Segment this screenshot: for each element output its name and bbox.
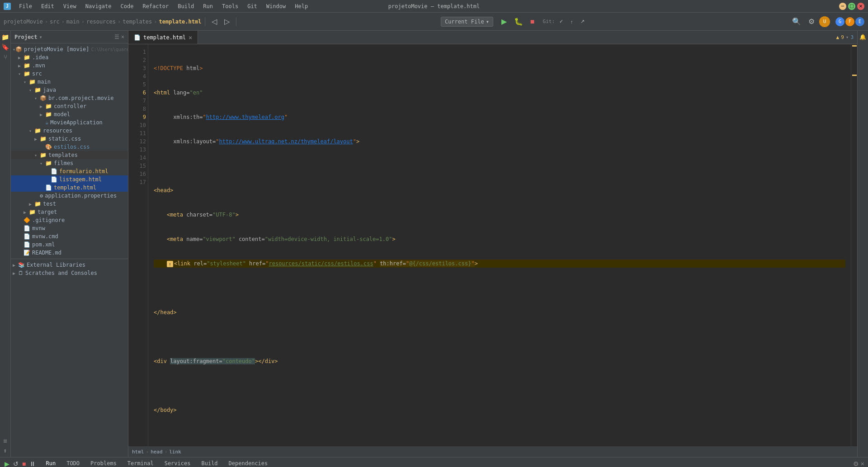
- tree-item-br[interactable]: ▾ 📦 br.com.project.movie: [11, 94, 128, 102]
- panel-close-btn[interactable]: ×: [121, 34, 124, 40]
- tree-item-pomxml[interactable]: ▶ 📄 pom.xml: [11, 241, 128, 249]
- forward-button[interactable]: ▷: [222, 15, 232, 28]
- tree-item-estilos[interactable]: ▶ 🎨 estilos.css: [11, 143, 128, 151]
- warning-marker-1: [852, 45, 857, 47]
- code-content[interactable]: <!DOCTYPE html> <html lang="en" xmlns:th…: [148, 44, 851, 446]
- git-update-button[interactable]: ✓: [557, 17, 566, 26]
- git-push-button[interactable]: ↗: [578, 17, 587, 26]
- tree-item-target[interactable]: ▶ 📁 target: [11, 208, 128, 216]
- current-file-dropdown[interactable]: Current File ▾: [441, 17, 493, 27]
- tree-item-model[interactable]: ▶ 📁 model: [11, 110, 128, 118]
- menu-view[interactable]: View: [59, 1, 81, 11]
- pull-requests-icon[interactable]: ⬆: [1, 446, 10, 455]
- tree-item-root[interactable]: ▾ 📦 projetoMovie [movie] C:\Users\quare\…: [11, 45, 128, 53]
- structure-icon[interactable]: ≡: [1, 436, 10, 445]
- git-commit-button[interactable]: ↑: [568, 17, 576, 26]
- run-rerun-button[interactable]: ↺: [12, 459, 19, 467]
- tree-item-template[interactable]: ▶ 📄 template.html: [11, 184, 128, 192]
- maximize-button[interactable]: □: [848, 3, 855, 10]
- menu-refactor[interactable]: Refactor: [138, 1, 173, 11]
- resources-path: resources: [86, 19, 116, 25]
- tree-item-movieapp[interactable]: ▶ ☕ MovieApplication: [11, 118, 128, 127]
- tree-item-controller[interactable]: ▶ 📁 controller: [11, 102, 128, 110]
- tree-item-idea[interactable]: ▶ 📁 .idea: [11, 53, 128, 61]
- menu-code[interactable]: Code: [116, 1, 138, 11]
- tree-item-test[interactable]: ▶ 📁 test: [11, 200, 128, 208]
- tab-template-html[interactable]: 📄 template.html ×: [128, 31, 198, 44]
- bottom-close-button[interactable]: ×: [861, 460, 864, 467]
- firefox-icon[interactable]: F: [845, 17, 854, 26]
- project-icon[interactable]: 📁: [1, 33, 10, 42]
- tree-item-main[interactable]: ▾ 📁 main: [11, 78, 128, 86]
- bottom-tab-services[interactable]: Services: [159, 458, 196, 467]
- tree-item-mvnw[interactable]: ▶ 📄 mvnw: [11, 224, 128, 232]
- settings-button[interactable]: ⚙: [806, 15, 817, 28]
- breadcrumb-html[interactable]: html: [132, 449, 144, 455]
- menu-help[interactable]: Help: [290, 1, 312, 11]
- edge-icon[interactable]: E: [855, 17, 864, 26]
- bottom-tab-terminal[interactable]: Terminal: [122, 458, 159, 467]
- breadcrumb-head[interactable]: head: [151, 449, 163, 455]
- menu-tools[interactable]: Tools: [217, 1, 243, 11]
- tab-close-btn[interactable]: ×: [189, 34, 192, 41]
- menu-git[interactable]: Git: [243, 1, 262, 11]
- tree-item-gitignore[interactable]: ▶ 🔶 .gitignore: [11, 216, 128, 224]
- tree-item-src[interactable]: ▾ 📁 src: [11, 70, 128, 78]
- bottom-settings-button[interactable]: ⚙: [853, 460, 859, 467]
- tree-label-mvnwcmd: mvnw.cmd: [32, 233, 58, 240]
- menu-window[interactable]: Window: [262, 1, 290, 11]
- git-icon[interactable]: ⑂: [1, 52, 10, 61]
- bookmarks-icon[interactable]: 🔖: [1, 42, 10, 52]
- breadcrumb-link[interactable]: link: [169, 449, 181, 455]
- bottom-tab-build[interactable]: Build: [196, 458, 223, 467]
- chrome-icon[interactable]: G: [835, 17, 844, 26]
- tree-item-scratches[interactable]: ▶ 🗒 Scratches and Consoles: [11, 269, 128, 277]
- code-line-3: xmlns:th="http://www.thymeleaf.org": [154, 113, 845, 121]
- search-button[interactable]: 🔍: [789, 15, 804, 28]
- code-editor[interactable]: 1 2 3 4 5 6 7 8 9 10 11 12 13 14 15 16 1…: [128, 44, 857, 446]
- tree-item-mvn[interactable]: ▶ 📁 .mvn: [11, 61, 128, 70]
- menu-navigate[interactable]: Navigate: [81, 1, 116, 11]
- tree-item-appprops[interactable]: ▶ ⚙ application.properties: [11, 192, 128, 200]
- panel-actions: ☰ ×: [114, 34, 124, 40]
- run-pause-button[interactable]: ⏸: [28, 459, 37, 467]
- tree-item-static[interactable]: ▶ 📁 static.css: [11, 135, 128, 143]
- menu-file[interactable]: File: [14, 1, 37, 11]
- code-line-8: <meta name="viewport" content="width=dev…: [154, 235, 845, 243]
- close-button[interactable]: ×: [857, 3, 864, 10]
- info-count: 3: [850, 34, 854, 40]
- tree-item-readme[interactable]: ▶ 📝 README.md: [11, 249, 128, 257]
- notifications-icon[interactable]: 🔔: [859, 33, 868, 42]
- tree-item-formulario[interactable]: ▶ 📄 formulario.html: [11, 167, 128, 175]
- tree-item-resources[interactable]: ▾ 📁 resources: [11, 127, 128, 135]
- menu-run[interactable]: Run: [198, 1, 217, 11]
- file-path: template.html: [159, 19, 202, 25]
- panel-action-btn[interactable]: ☰: [114, 34, 119, 40]
- tree-item-templates[interactable]: ▾ 📁 templates: [11, 151, 128, 159]
- panel-dropdown-icon[interactable]: ▾: [39, 34, 42, 40]
- minimize-button[interactable]: −: [839, 3, 846, 10]
- menu-edit[interactable]: Edit: [37, 1, 59, 11]
- tree-item-mvnwcmd[interactable]: ▶ 📄 mvnw.cmd: [11, 232, 128, 241]
- bottom-tab-dependencies[interactable]: Dependencies: [223, 458, 274, 467]
- cmd-file-icon: 📄: [24, 233, 30, 240]
- bottom-tab-run[interactable]: Run: [40, 458, 61, 467]
- debug-button[interactable]: 🐛: [511, 15, 526, 28]
- tree-item-filmes[interactable]: ▾ 📁 filmes: [11, 159, 128, 167]
- run-stop-button[interactable]: ■: [21, 459, 27, 467]
- bottom-tab-todo[interactable]: TODO: [61, 458, 85, 467]
- tree-item-java[interactable]: ▾ 📁 java: [11, 86, 128, 94]
- tree-divider: [11, 259, 128, 259]
- back-button[interactable]: ◁: [209, 15, 220, 28]
- run-play-button[interactable]: ▶: [4, 459, 10, 467]
- breadcrumb-sep-2: ›: [165, 449, 168, 455]
- stop-button[interactable]: ■: [528, 16, 538, 28]
- play-button[interactable]: ▶: [499, 15, 509, 28]
- menu-build[interactable]: Build: [173, 1, 198, 11]
- code-line-7: <meta charset="UTF-8">: [154, 211, 845, 219]
- arrow-icon: ▾: [18, 71, 24, 76]
- tree-item-listagem[interactable]: ▶ 📄 listagem.html: [11, 175, 128, 184]
- tree-item-extlibs[interactable]: ▶ 📚 External Libraries: [11, 261, 128, 269]
- bottom-tab-problems[interactable]: Problems: [85, 458, 122, 467]
- avatar[interactable]: U: [819, 16, 830, 27]
